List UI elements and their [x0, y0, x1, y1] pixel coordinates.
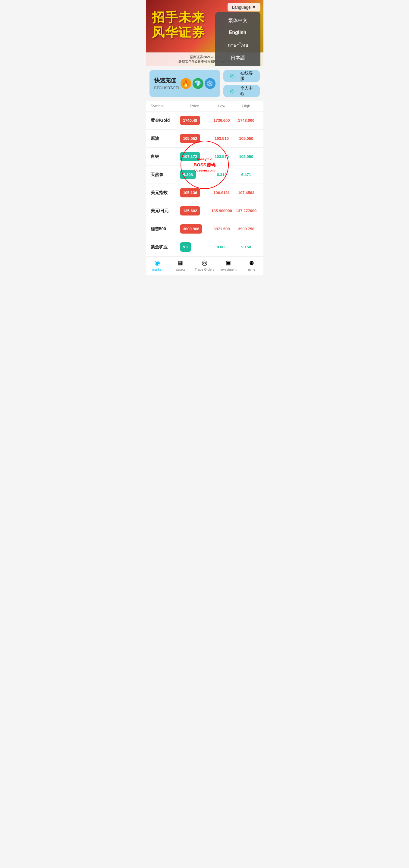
table-row[interactable]: 黄金/Gold 1740.48 1736.600 1743.000 [146, 112, 263, 130]
crypto-icon-usdt: ❄️ [204, 78, 216, 89]
language-button[interactable]: Language ▼ [227, 3, 260, 11]
nav-label-assets: assets [176, 268, 185, 271]
banner: 招手未来 风华证券 招商证券2021-2022 暑期实习生&春季校园招聘全面启动… [146, 0, 263, 66]
low-value-1: 103.510 [210, 136, 234, 141]
nav-label-investment: investment [220, 268, 236, 271]
header-low: Low [210, 104, 234, 108]
high-value-5: 137.277000 [234, 209, 258, 213]
crypto-icon-eth: 💎 [193, 78, 203, 89]
low-value-0: 1736.600 [210, 118, 234, 123]
table-row[interactable]: 紫金矿业 9.2 9.000 9.150 [146, 238, 263, 256]
low-value-4: 106.9131 [210, 190, 234, 195]
table-row[interactable]: 天然氣 6.398 6.314 6.471 [146, 166, 263, 184]
table-row[interactable]: 美元指数 105.136 106.9131 107.4583 [146, 184, 263, 202]
high-value-3: 6.471 [234, 173, 258, 177]
mine-icon: ☻ [248, 259, 256, 267]
nav-item-assets[interactable]: ▦ assets [171, 259, 190, 271]
price-value-3: 6.398 [180, 170, 196, 179]
crypto-icon-btc: 🔥 [181, 78, 191, 89]
price-badge-2: 107.172 [180, 152, 210, 161]
personal-center-label: 个人中心 [240, 86, 255, 96]
bottom-nav: ◉ market ▦ assets ◎ Trade Orders ▣ inves… [146, 256, 263, 275]
nav-item-investment[interactable]: ▣ investment [219, 259, 238, 271]
price-value-1: 105.052 [180, 134, 200, 143]
symbol-name-2: 白银 [151, 154, 180, 159]
table-row[interactable]: 白银 107.172 103.510 105.050 [146, 148, 263, 166]
right-action-cards: ◎ 在线客服 ◎ 个人中心 [223, 70, 260, 97]
quick-recharge-card[interactable]: 快速充值 BTC/USDT/ETH 🔥 💎 ❄️ [150, 70, 220, 97]
high-value-6: 3900.750 [234, 227, 258, 231]
price-value-4: 105.136 [180, 188, 200, 197]
personal-center-icon: ◎ [227, 86, 237, 96]
assets-icon: ▦ [177, 259, 185, 267]
table-header: Symbol Price Low High [146, 101, 263, 112]
lang-option-english[interactable]: English [215, 27, 260, 38]
price-value-5: 135.602 [180, 206, 200, 216]
price-badge-3: 6.398 [180, 170, 210, 179]
page-wrapper: 招手未来 风华证券 招商证券2021-2022 暑期实习生&春季校园招聘全面启动… [146, 0, 263, 275]
nav-label-market: market [152, 268, 162, 271]
customer-service-icon: ◎ [227, 70, 237, 82]
table-rows: 黄金/Gold 1740.48 1736.600 1743.000 原油 105… [146, 112, 263, 256]
high-value-7: 9.150 [234, 245, 258, 249]
low-value-2: 103.510 [210, 154, 234, 159]
symbol-name-7: 紫金矿业 [151, 244, 180, 250]
lang-option-korean[interactable]: 한국어 [215, 64, 260, 66]
low-value-7: 9.000 [210, 245, 234, 249]
high-value-0: 1743.000 [234, 118, 258, 123]
low-value-3: 6.314 [210, 173, 234, 177]
banner-title-bottom: 风华证券 [152, 24, 205, 41]
price-value-6: 3800.906 [180, 224, 202, 234]
price-badge-5: 135.602 [180, 206, 210, 216]
table-row[interactable]: 標普500 3800.906 3871.500 3900.750 [146, 220, 263, 238]
header-symbol: Symbol [151, 104, 180, 108]
actions-row: 快速充值 BTC/USDT/ETH 🔥 💎 ❄️ ◎ 在线客服 ◎ 个人中心 [146, 66, 263, 99]
quick-recharge-label: 快速充值 [154, 77, 181, 84]
table-row[interactable]: 原油 105.052 103.510 105.050 [146, 130, 263, 148]
language-dropdown: 繁体中文 English ภาษาไทย 日本語 한국어 Français De… [215, 12, 260, 66]
personal-center-card[interactable]: ◎ 个人中心 [223, 85, 260, 97]
symbol-name-0: 黄金/Gold [151, 118, 180, 123]
banner-title-top: 招手未来 [152, 9, 205, 26]
price-badge-6: 3800.906 [180, 224, 210, 234]
high-value-4: 107.4583 [234, 190, 258, 195]
price-badge-7: 9.2 [180, 242, 210, 252]
low-value-6: 3871.500 [210, 227, 234, 231]
market-icon: ◉ [153, 259, 161, 267]
customer-service-label: 在线客服 [240, 70, 255, 82]
nav-item-market[interactable]: ◉ market [148, 259, 166, 271]
lang-option-thai[interactable]: ภาษาไทย [215, 38, 260, 52]
symbol-name-1: 原油 [151, 136, 180, 141]
table-row[interactable]: 美元/日元 135.602 135.900000 137.277000 [146, 202, 263, 220]
price-value-2: 107.172 [180, 152, 200, 161]
investment-icon: ▣ [224, 259, 232, 267]
header-high: High [234, 104, 258, 108]
nav-item-mine[interactable]: ☻ mine [243, 259, 261, 271]
price-badge-0: 1740.48 [180, 116, 210, 125]
market-table: Symbol Price Low High 黄金/Gold 1740.48 17… [146, 101, 263, 256]
quick-recharge-sublabel: BTC/USDT/ETH [154, 86, 181, 90]
nav-label-trade-orders: Trade Orders [195, 268, 214, 271]
nav-item-trade-orders[interactable]: ◎ Trade Orders [195, 259, 214, 271]
crypto-icons: 🔥 💎 ❄️ [181, 78, 216, 89]
low-value-5: 135.900000 [210, 209, 234, 213]
price-value-0: 1740.48 [180, 116, 200, 125]
symbol-name-4: 美元指数 [151, 190, 180, 195]
header-price: Price [180, 104, 210, 108]
quick-recharge-text: 快速充值 BTC/USDT/ETH [154, 77, 181, 90]
high-value-2: 105.050 [234, 154, 258, 159]
nav-label-mine: mine [248, 268, 255, 271]
symbol-name-5: 美元/日元 [151, 208, 180, 214]
trade-orders-icon: ◎ [200, 259, 208, 267]
price-value-7: 9.2 [180, 242, 191, 252]
symbol-name-6: 標普500 [151, 226, 180, 232]
symbol-name-3: 天然氣 [151, 172, 180, 178]
price-badge-4: 105.136 [180, 188, 210, 197]
customer-service-card[interactable]: ◎ 在线客服 [223, 70, 260, 82]
lang-option-japanese[interactable]: 日本語 [215, 52, 260, 64]
lang-option-traditional-chinese[interactable]: 繁体中文 [215, 14, 260, 27]
price-badge-1: 105.052 [180, 134, 210, 143]
high-value-1: 105.050 [234, 136, 258, 141]
